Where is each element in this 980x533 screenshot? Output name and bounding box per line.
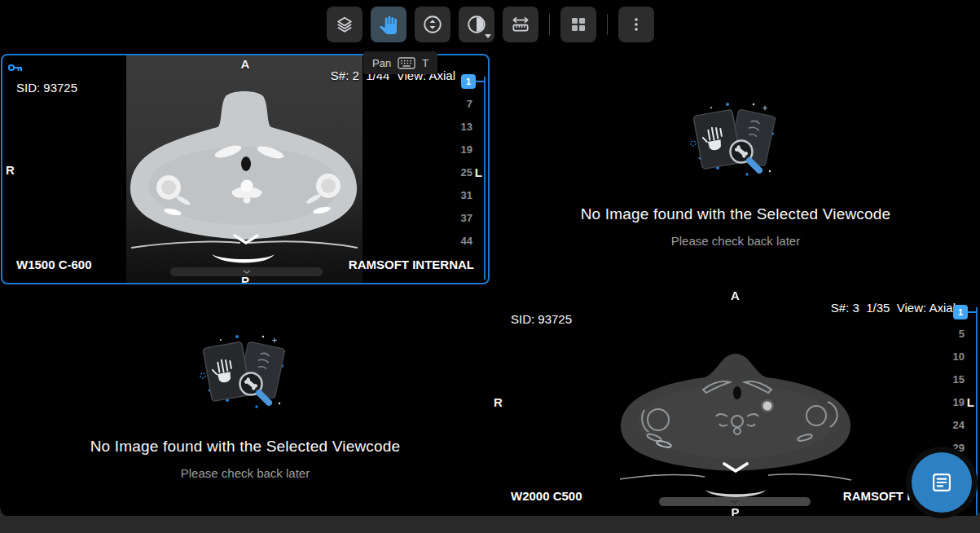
orientation-marker-posterior: P — [731, 505, 739, 516]
slice-number-label: 31 — [450, 184, 472, 207]
layout-grid-button[interactable] — [560, 7, 596, 42]
current-slice-badge[interactable]: 1 — [461, 74, 476, 89]
slice-indicator-connector — [475, 81, 485, 82]
slice-indicator-connector — [967, 311, 977, 313]
stack-scroll-tool-button[interactable] — [415, 7, 450, 42]
no-image-illustration-icon — [192, 335, 298, 416]
slice-number-label: 25 — [450, 161, 472, 184]
keyboard-icon — [398, 57, 415, 69]
orientation-marker-left: L — [967, 395, 974, 409]
toolbar-separator — [607, 14, 608, 35]
collapse-chevron-icon[interactable] — [722, 461, 749, 474]
viewport-bottom-left[interactable]: No Image found with the Selected Viewcod… — [1, 287, 490, 516]
contrast-icon — [466, 14, 487, 35]
ruler-measure-icon — [510, 14, 531, 35]
fab-ring — [906, 447, 978, 518]
window-level-tool-button[interactable] — [459, 7, 494, 42]
window-level-dropdown-caret[interactable] — [485, 34, 491, 38]
grid-layout-icon — [569, 15, 588, 34]
slice-number-label: 37 — [450, 207, 472, 230]
no-image-subtitle: Please check back later — [181, 466, 310, 480]
slice-number-label: 19 — [942, 391, 965, 414]
slice-number-label: 15 — [942, 368, 965, 391]
ct-axial-image-lung-window[interactable] — [126, 55, 363, 284]
window-level-label: W1500 C-600 — [16, 258, 92, 271]
orientation-marker-anterior: A — [731, 289, 740, 302]
report-fab-button[interactable] — [912, 452, 972, 513]
slice-number-rail: 51015192429 — [942, 323, 965, 460]
slice-number-label: 44 — [450, 230, 472, 253]
pan-hand-icon — [379, 15, 398, 34]
slice-number-label: 13 — [450, 116, 472, 139]
no-image-empty-state: No Image found with the Selected Viewcod… — [1, 287, 490, 516]
no-image-title: No Image found with the Selected Viewcod… — [90, 438, 401, 456]
horizontal-scrollbar[interactable] — [170, 267, 323, 276]
series-info-label: S#: 3 1/35 View: Axial — [831, 301, 956, 315]
horizontal-scrollbar[interactable] — [659, 497, 811, 506]
orientation-marker-anterior: A — [241, 57, 250, 71]
no-image-subtitle: Please check back later — [671, 234, 800, 248]
stack-scroll-icon — [422, 14, 443, 35]
viewer-stage: SID: 93725 S#: 2 1/44 View: Axial W1500 … — [0, 0, 980, 533]
pan-tool-button[interactable] — [371, 7, 407, 42]
report-icon — [930, 471, 953, 494]
slice-scrollbar-track[interactable] — [484, 77, 486, 280]
tooltip-label: Pan — [372, 57, 391, 69]
viewport-top-right[interactable]: No Image found with the Selected Viewcod… — [491, 54, 980, 284]
main-toolbar — [0, 7, 980, 42]
orientation-marker-right: R — [494, 395, 503, 409]
watermark-label: RAMSOFT INTERNAL — [349, 258, 474, 271]
key-image-lock-icon — [7, 59, 24, 76]
kebab-menu-icon — [626, 15, 646, 34]
orientation-marker-left: L — [475, 165, 482, 179]
slice-number-label: 5 — [942, 323, 965, 346]
viewport-top-left[interactable]: SID: 93725 S#: 2 1/44 View: Axial W1500 … — [1, 54, 490, 284]
tooltip-shortcut-key: T — [422, 57, 428, 69]
collapse-chevron-icon[interactable] — [232, 233, 260, 246]
ct-axial-image-bone-window[interactable] — [613, 346, 858, 509]
toolbar-separator — [549, 14, 550, 35]
chevron-down-icon — [731, 500, 739, 504]
measure-tool-button[interactable] — [503, 7, 538, 42]
no-image-empty-state: No Image found with the Selected Viewcod… — [491, 54, 980, 284]
current-slice-badge[interactable]: 1 — [953, 305, 968, 319]
more-options-button[interactable] — [618, 7, 654, 42]
slice-number-label: 7 — [450, 93, 472, 116]
study-sid-label: SID: 93725 — [16, 81, 77, 95]
layers-tool-button[interactable] — [327, 7, 363, 42]
layers-icon — [334, 14, 355, 35]
viewport-grid: SID: 93725 S#: 2 1/44 View: Axial W1500 … — [0, 0, 980, 516]
slice-number-label: 24 — [942, 414, 965, 437]
slice-number-label: 19 — [450, 139, 472, 161]
window-level-label: W2000 C500 — [511, 489, 582, 503]
slice-number-label: 10 — [942, 346, 965, 368]
no-image-illustration-icon — [683, 103, 789, 184]
chevron-down-icon — [243, 270, 251, 274]
study-sid-label: SID: 93725 — [511, 312, 572, 326]
pan-tooltip: Pan T — [363, 51, 437, 74]
slice-number-rail: 7131925313744 — [450, 93, 472, 253]
no-image-title: No Image found with the Selected Viewcod… — [581, 205, 891, 223]
orientation-marker-right: R — [6, 163, 15, 177]
